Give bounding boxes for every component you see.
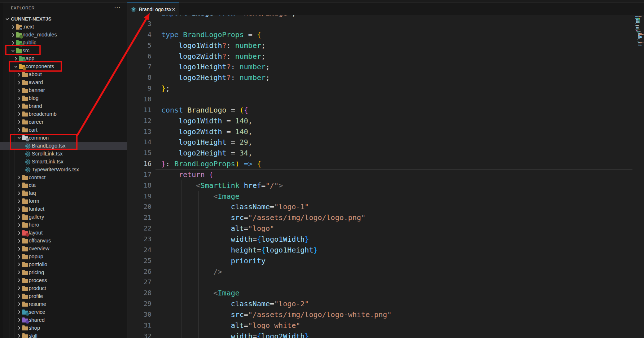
line-number: 16	[127, 160, 152, 167]
tree-item-label: blog	[29, 95, 39, 101]
folder-icon-default	[22, 247, 28, 251]
folder-icon-default	[22, 215, 28, 220]
tree-item-scrolllink-tsx[interactable]: ScrollLink.tsx	[0, 150, 127, 158]
folder-icon-default	[22, 263, 28, 267]
tree-item-funfact[interactable]: funfact	[0, 205, 127, 213]
tree-item-contact[interactable]: contact	[0, 174, 127, 181]
tree-item-service[interactable]: service	[0, 308, 127, 316]
react-icon	[25, 159, 31, 165]
code-line-28: 28 <Image	[127, 288, 644, 299]
tree-item-label: cart	[29, 127, 38, 133]
tree-item-overview[interactable]: overview	[0, 245, 127, 253]
tree-item-shared[interactable]: shared	[0, 316, 127, 324]
chevron-right-icon	[16, 230, 22, 236]
tree-item-label: career	[29, 119, 44, 125]
tree-item-popup[interactable]: popup	[0, 253, 127, 261]
react-icon	[25, 167, 31, 173]
line-number: 31	[127, 321, 152, 329]
tree-item-cart[interactable]: cart	[0, 126, 127, 134]
tree-item-label: src	[23, 48, 30, 53]
chevron-right-icon	[16, 119, 22, 125]
tree-item-offcanvus[interactable]: offcanvus	[0, 237, 127, 245]
title-bar	[0, 0, 644, 3]
folder-icon-default	[22, 97, 28, 101]
tree-item-node-modules[interactable]: node_modules	[0, 31, 127, 39]
tree-item-components[interactable]: components	[0, 63, 127, 71]
tree-item-brand[interactable]: brand	[0, 102, 127, 110]
tree-item-blog[interactable]: blog	[0, 95, 127, 102]
tree-item-label: product	[29, 285, 46, 291]
minimap[interactable]	[635, 16, 644, 60]
tree-item-brandlogo-tsx[interactable]: BrandLogo.tsx	[0, 142, 127, 150]
tree-item-portfolio[interactable]: portfolio	[0, 260, 127, 268]
line-number: 22	[127, 224, 152, 232]
tree-item-faq[interactable]: faq	[0, 189, 127, 197]
tree-item-pricing[interactable]: pricing	[0, 268, 127, 276]
chevron-right-icon	[16, 175, 22, 180]
tree-item-about[interactable]: about	[0, 71, 127, 79]
tree-item-app[interactable]: app	[0, 55, 127, 63]
code-line-18: 18 <SmartLink href="/">	[127, 180, 644, 191]
close-icon[interactable]: ✕	[171, 7, 176, 12]
folder-icon-app	[19, 57, 25, 61]
code-line-22: 22 alt="logo"	[127, 223, 644, 234]
tree-item-smartlink-tsx[interactable]: SmartLink.tsx	[0, 158, 127, 166]
code-line-17: 17 return (	[127, 170, 644, 180]
code-line-20: 20 className="logo-1"	[127, 202, 644, 212]
code-text: <Image	[161, 289, 240, 297]
code-line-9: 9};	[127, 83, 644, 94]
tree-item-typewriterwords-tsx[interactable]: TypewriterWords.tsx	[0, 166, 127, 174]
tree-item-banner[interactable]: banner	[0, 87, 127, 95]
tree-item-label: award	[29, 79, 43, 85]
folder-icon-service	[22, 311, 28, 315]
chevron-right-icon	[16, 103, 22, 109]
tab-label: BrandLogo.tsx	[139, 6, 171, 12]
tree-item-label: pricing	[29, 269, 44, 275]
code-text: logo2Width = 140,	[161, 127, 253, 136]
chevron-right-icon	[16, 80, 22, 85]
tree-item-shop[interactable]: shop	[0, 324, 127, 332]
tree-item-common[interactable]: common	[0, 134, 127, 142]
tree-item-gallery[interactable]: gallery	[0, 213, 127, 221]
line-number: 7	[127, 63, 152, 70]
line-number: 15	[127, 149, 152, 157]
code-text: };	[161, 84, 170, 93]
tree-item-breadcrumb[interactable]: breadcrumb	[0, 110, 127, 118]
tree-item-resume[interactable]: resume	[0, 300, 127, 308]
tab-bar[interactable]: BrandLogo.tsx ✕	[127, 3, 644, 15]
code-line-23: 23 width={logo1Width}	[127, 234, 644, 245]
tree-item-layout[interactable]: layout	[0, 229, 127, 237]
tree-item-src[interactable]: src	[0, 47, 127, 55]
code-text: return (	[161, 170, 214, 179]
tree-item-award[interactable]: award	[0, 79, 127, 87]
tree-item-hero[interactable]: hero	[0, 221, 127, 229]
tree-item-label: brand	[29, 103, 42, 109]
tree-item-cta[interactable]: cta	[0, 181, 127, 189]
chevron-right-icon	[16, 190, 22, 196]
more-actions-icon[interactable]: ⋯	[114, 3, 121, 11]
tree-item-root[interactable]: CUNNET-NEXTJS	[0, 15, 127, 23]
tree-item--next[interactable]: N.next	[0, 23, 127, 31]
code-text: <SmartLink href="/">	[161, 181, 283, 190]
tree-item-label: CUNNET-NEXTJS	[11, 16, 52, 22]
chevron-right-icon	[10, 40, 16, 46]
tab-brandlogo[interactable]: BrandLogo.tsx ✕	[127, 3, 179, 15]
tree-item-career[interactable]: career	[0, 118, 127, 126]
line-number: 27	[127, 278, 152, 286]
tree-item-form[interactable]: form	[0, 197, 127, 205]
line-number: 10	[127, 95, 152, 103]
folder-icon-default	[22, 89, 28, 93]
code-editor[interactable]: 2import Image from "next/image";34type B…	[127, 15, 644, 338]
tree-item-label: overview	[29, 246, 49, 251]
tree-item-product[interactable]: product	[0, 284, 127, 292]
tree-item-profile[interactable]: profile	[0, 292, 127, 300]
explorer-sidebar[interactable]: EXPLORER ⋯ CUNNET-NEXTJSN.nextnode_modul…	[0, 3, 127, 338]
tree-item-skill[interactable]: skill	[0, 332, 127, 338]
tree-item-public[interactable]: public	[0, 39, 127, 47]
tree-item-process[interactable]: process	[0, 276, 127, 284]
tree-item-label: gallery	[29, 214, 44, 220]
tree-item-label: profile	[29, 293, 43, 299]
folder-icon-default	[22, 326, 28, 331]
code-text: }: BrandLogoProps) => {	[161, 159, 261, 168]
line-number: 23	[127, 235, 152, 243]
